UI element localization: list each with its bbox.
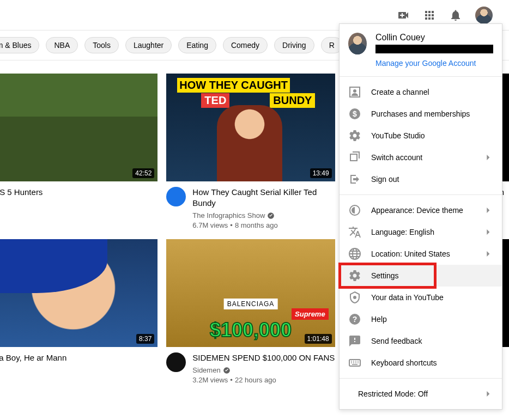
video-age: 8 months ago — [235, 221, 278, 230]
channel-avatar[interactable] — [166, 187, 186, 206]
signout-icon — [348, 173, 361, 186]
channel-name[interactable]: The Infographics Show — [192, 211, 265, 221]
chip[interactable]: Driving — [274, 37, 314, 53]
menu-appearance[interactable]: Appearance: Device theme — [340, 199, 502, 221]
menu-studio[interactable]: YouTube Studio — [340, 125, 502, 147]
menu-location[interactable]: Location: United States — [340, 243, 502, 265]
video-card[interactable]: BALENCIAGA Supreme $100,000 1:01:48 SIDE… — [166, 239, 335, 385]
video-card[interactable]: 8:37 izza Boy, He ar Mann — [0, 239, 157, 385]
menu-language[interactable]: Language: English — [340, 221, 502, 243]
chevron-right-icon — [482, 227, 493, 238]
video-title[interactable]: How They Caught Serial Killer Ted Bundy — [192, 187, 335, 209]
chip[interactable]: Comedy — [223, 37, 268, 53]
chip[interactable]: Tools — [84, 37, 119, 53]
video-card[interactable]: 42:52 r VS 5 Hunters — [0, 74, 157, 230]
account-name: Collin Couey — [375, 33, 493, 42]
menu-section: Create a channel Purchases and membershi… — [340, 77, 502, 195]
duration-badge: 8:37 — [136, 334, 154, 344]
thumbnail[interactable]: BALENCIAGA Supreme $100,000 1:01:48 — [166, 239, 335, 347]
chevron-right-icon — [482, 248, 493, 259]
account-email-redacted — [375, 45, 493, 53]
avatar[interactable] — [475, 7, 493, 24]
menu-section: Appearance: Device theme Language: Engli… — [340, 195, 502, 379]
notifications-icon[interactable] — [449, 9, 462, 22]
verified-icon — [267, 212, 275, 220]
apps-icon[interactable] — [423, 9, 436, 22]
globe-icon — [348, 247, 361, 260]
video-title[interactable]: SIDEMEN SPEND $100,000 ON FANS — [192, 352, 335, 363]
thumbnail[interactable]: 42:52 — [0, 74, 157, 181]
menu-settings[interactable]: Settings — [340, 265, 502, 287]
menu-switch-account[interactable]: Switch account — [340, 147, 502, 168]
menu-sign-out[interactable]: Sign out — [340, 168, 502, 190]
account-menu: Collin Couey Manage your Google Account … — [339, 23, 502, 410]
video-age: 22 hours ago — [235, 375, 276, 385]
dollar-icon — [348, 107, 361, 120]
gear-icon — [348, 269, 361, 282]
keyboard-icon — [348, 356, 361, 369]
menu-purchases[interactable]: Purchases and memberships — [340, 103, 502, 125]
thumbnail[interactable]: HOW THEY CAUGHT TED BUNDY 13:49 — [166, 74, 335, 181]
chip[interactable]: ythm & Blues — [0, 37, 39, 53]
menu-keyboard-shortcuts[interactable]: Keyboard shortcuts — [340, 352, 502, 374]
language-icon — [348, 226, 361, 239]
chip[interactable]: NBA — [46, 37, 78, 53]
account-header: Collin Couey Manage your Google Account — [340, 24, 502, 77]
video-title[interactable]: r VS 5 Hunters — [0, 187, 157, 198]
chevron-right-icon — [482, 152, 493, 163]
gear-icon — [348, 129, 361, 142]
menu-restricted-mode[interactable]: Restricted Mode: Off — [340, 383, 502, 405]
feedback-icon — [348, 334, 361, 348]
account-avatar — [348, 33, 367, 54]
help-icon — [348, 313, 361, 326]
menu-feedback[interactable]: Send feedback — [340, 330, 502, 352]
create-icon[interactable] — [397, 9, 410, 22]
shield-icon — [348, 291, 361, 304]
menu-help[interactable]: Help — [340, 308, 502, 330]
menu-create-channel[interactable]: Create a channel — [340, 81, 502, 103]
duration-badge: 42:52 — [132, 168, 154, 178]
switch-account-icon — [348, 151, 361, 164]
chip[interactable]: Eating — [178, 37, 216, 53]
video-card[interactable]: HOW THEY CAUGHT TED BUNDY 13:49 How They… — [166, 74, 335, 230]
chevron-right-icon — [482, 205, 493, 216]
chevron-right-icon — [482, 388, 493, 399]
video-views: 3.2M views — [192, 375, 228, 385]
menu-your-data[interactable]: Your data in YouTube — [340, 287, 502, 308]
verified-icon — [223, 367, 231, 374]
duration-badge: 13:49 — [310, 168, 332, 178]
channel-avatar[interactable] — [166, 352, 186, 372]
video-views: 6.7M views — [192, 221, 228, 230]
thumbnail[interactable]: 8:37 — [0, 239, 157, 347]
channel-name[interactable]: Sidemen — [192, 366, 220, 375]
appearance-icon — [348, 204, 361, 217]
duration-badge: 1:01:48 — [305, 334, 332, 344]
menu-section: Restricted Mode: Off — [340, 379, 502, 409]
manage-account-link[interactable]: Manage your Google Account — [375, 59, 493, 68]
chip[interactable]: Laughter — [125, 37, 172, 53]
video-title[interactable]: izza Boy, He ar Mann — [0, 352, 157, 363]
account-box-icon — [348, 86, 361, 99]
